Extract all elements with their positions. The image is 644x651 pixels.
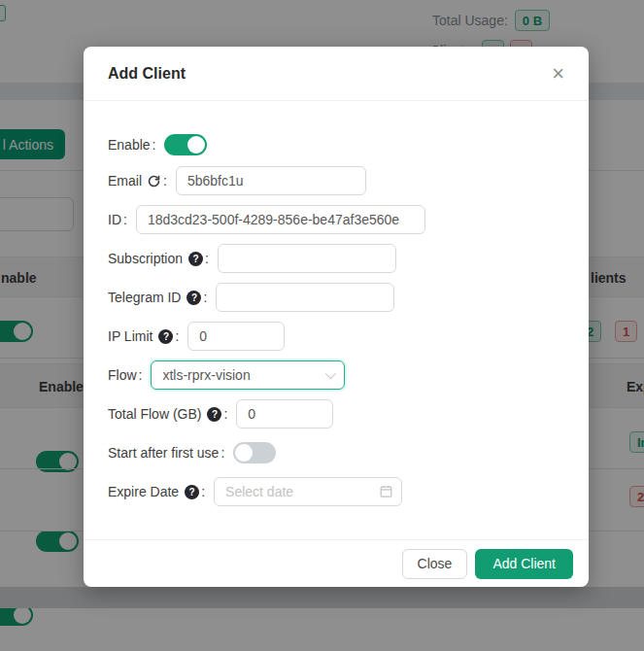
subscription-label: Subscription (108, 251, 209, 266)
subscription-input[interactable] (218, 244, 396, 273)
modal-footer: Close Add Client (84, 539, 589, 587)
field-telegram-id: Telegram ID (108, 283, 564, 312)
expire-date-picker[interactable] (214, 477, 402, 506)
expire-date-label: Expire Date (108, 484, 205, 499)
field-total-flow: Total Flow (GB) (108, 399, 564, 428)
field-id: ID (108, 205, 564, 234)
refresh-icon[interactable] (147, 174, 161, 188)
field-subscription: Subscription (108, 244, 564, 273)
add-client-button[interactable]: Add Client (475, 549, 573, 579)
toggle-knob (187, 136, 205, 154)
flow-select-value: xtls-rprx-vision (162, 367, 250, 383)
email-label: Email (108, 173, 167, 188)
modal-header: Add Client × (84, 47, 589, 101)
help-icon (188, 252, 203, 266)
total-flow-input[interactable] (236, 399, 333, 428)
flow-select[interactable]: xtls-rprx-vision (151, 360, 345, 390)
chevron-down-icon (325, 368, 336, 379)
start-after-first-use-toggle[interactable] (233, 442, 276, 463)
enable-label: Enable (108, 137, 155, 153)
close-icon[interactable]: × (552, 63, 564, 85)
telegram-id-input[interactable] (216, 283, 394, 312)
expire-date-input[interactable] (214, 477, 402, 506)
flow-label: Flow (108, 367, 142, 383)
help-icon (186, 291, 201, 305)
help-icon (185, 485, 199, 499)
help-icon (207, 407, 221, 422)
field-email: Email (108, 166, 564, 195)
field-ip-limit: IP Limit (108, 322, 564, 351)
close-button[interactable]: Close (402, 549, 468, 579)
total-flow-label: Total Flow (GB) (108, 406, 227, 422)
page: Total Usage: 0 B Clients: 2 1 l Actions … (0, 0, 644, 651)
field-flow: Flow xtls-rprx-vision (108, 360, 564, 390)
modal-body: Enable Email ID Subscription (84, 101, 589, 539)
enable-toggle[interactable] (164, 134, 207, 155)
id-label: ID (108, 212, 127, 227)
email-input[interactable] (176, 166, 366, 195)
field-start-after-first-use: Start after first use (108, 438, 564, 467)
toggle-knob (235, 444, 253, 462)
help-icon (158, 329, 173, 344)
ip-limit-label: IP Limit (108, 328, 179, 344)
modal-title: Add Client (108, 65, 186, 83)
id-input[interactable] (136, 205, 425, 234)
field-expire-date: Expire Date (108, 477, 564, 506)
field-enable: Enable (108, 133, 564, 156)
ip-limit-input[interactable] (187, 322, 285, 351)
telegram-id-label: Telegram ID (108, 290, 207, 305)
add-client-modal: Add Client × Enable Email ID (84, 47, 589, 587)
start-after-first-use-label: Start after first use (108, 445, 224, 461)
